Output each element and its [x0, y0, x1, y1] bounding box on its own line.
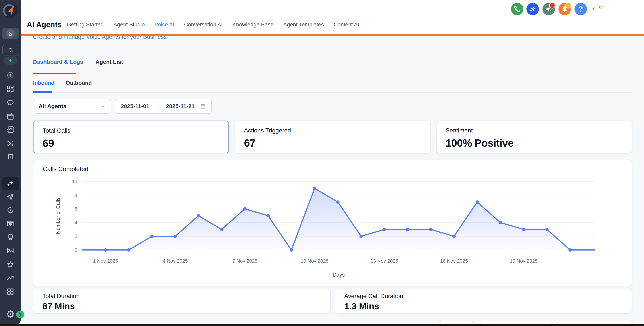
stat-card-actions-triggered[interactable]: Actions Triggered 67 — [234, 120, 430, 153]
svg-text:Days: Days — [333, 272, 345, 278]
calls-completed-line-chart: 02468101 Nov 20254 Nov 20257 Nov 202510 … — [33, 160, 632, 286]
tab-dashboard-logs[interactable]: Dashboard & Logs — [33, 59, 83, 65]
nav-tab-voice-ai[interactable]: Voice AI — [154, 22, 174, 28]
partial-card — [557, 321, 633, 324]
sidebar-item-conversations[interactable] — [6, 98, 14, 107]
ai-sparkles-icon — [529, 6, 536, 13]
help-button[interactable]: ? — [574, 3, 587, 15]
sidebar-item-automation[interactable] — [6, 206, 14, 214]
sidebar-item-reputation[interactable] — [6, 260, 14, 269]
nav-tab-content-ai[interactable]: Content AI — [334, 22, 359, 28]
trending-up-icon — [6, 274, 14, 282]
date-end: 2025-11-21 — [166, 103, 195, 109]
sidebar-item-marketing[interactable] — [6, 193, 14, 201]
image-icon — [6, 247, 14, 254]
stat-value: 100% Positive — [446, 137, 514, 149]
sidebar-item-launchpad[interactable] — [6, 71, 14, 79]
brand-logo[interactable] — [2, 3, 18, 19]
sidebar-search-button[interactable] — [2, 45, 19, 56]
phone-button[interactable] — [511, 3, 524, 15]
nav-tab-getting-started[interactable]: Getting Started — [67, 22, 104, 28]
sidebar-item-ai-agents-active[interactable] — [2, 177, 19, 190]
bolt-icon — [8, 58, 13, 63]
sidebar-item-settings[interactable]: ⚙ — [4, 308, 16, 320]
sidebar-item-payments[interactable]: $ — [6, 153, 14, 161]
stat-card-total-calls[interactable]: Total Calls 69 — [33, 120, 229, 153]
sidebar-item-media[interactable] — [6, 246, 14, 255]
tab-agent-list[interactable]: Agent List — [96, 59, 123, 65]
star-icon — [6, 261, 14, 268]
partial-card — [478, 321, 553, 324]
agent-filter-select[interactable]: All Agents — [33, 99, 111, 114]
stat-label: Actions Triggered — [244, 127, 291, 134]
arrow-right-icon: → — [155, 103, 160, 109]
svg-text:0: 0 — [74, 247, 77, 253]
user-pin-icon — [8, 31, 13, 36]
svg-text:13 Nov 2025: 13 Nov 2025 — [370, 258, 398, 264]
sidebar-item-account[interactable] — [2, 28, 19, 39]
stat-value: 69 — [42, 137, 54, 149]
announcements-button[interactable] — [542, 3, 555, 15]
tab-inbound[interactable]: Inbound — [33, 80, 54, 86]
rv-logo: R̲V̲ — [598, 6, 602, 10]
page-subtitle: Create and manage Voice Agents for your … — [33, 36, 167, 40]
sidebar-item-app-marketplace[interactable] — [6, 287, 14, 296]
launchpad-icon — [6, 72, 14, 79]
sidebar-quick-actions-button[interactable] — [4, 57, 17, 65]
svg-text:4: 4 — [74, 220, 77, 225]
sidebar: $ — [0, 0, 21, 324]
agent-filter-value: All Agents — [38, 103, 66, 109]
page-title: AI Agents — [27, 20, 62, 29]
chevron-right-icon: ❯ — [18, 312, 22, 317]
calendar-icon — [6, 113, 14, 120]
svg-text:4 Nov 2025: 4 Nov 2025 — [162, 258, 188, 264]
chevron-down-icon — [100, 104, 106, 109]
ai-assistant-button[interactable] — [526, 3, 539, 15]
sidebar-item-dashboard[interactable] — [6, 85, 14, 93]
svg-text:$: $ — [10, 155, 11, 158]
svg-text:19 Nov 2025: 19 Nov 2025 — [510, 258, 538, 264]
primary-tab-underline — [33, 73, 76, 74]
notifications-button[interactable] — [558, 3, 571, 15]
average-call-duration-card[interactable]: Average Call Duration 1.3 Mins — [335, 289, 632, 313]
sidebar-item-reporting[interactable] — [6, 274, 14, 282]
calls-completed-chart-card: Calls Completed 02468101 Nov 20254 Nov 2… — [33, 160, 632, 286]
svg-text:6: 6 — [74, 206, 77, 212]
ai-sparkle-icon — [6, 180, 14, 187]
total-duration-card[interactable]: Total Duration 87 Mins — [33, 289, 331, 313]
sidebar-item-memberships[interactable] — [6, 233, 14, 241]
sidebar-expand-button[interactable]: ❯ — [16, 310, 24, 318]
paper-plane-icon — [6, 193, 14, 200]
question-mark-icon: ? — [578, 5, 583, 13]
dashboard-icon — [6, 85, 14, 93]
play-circle-icon — [6, 206, 14, 214]
stat-value: 1.3 Mins — [344, 301, 379, 311]
header-actions: ? ➤ R̲V̲ — [508, 0, 644, 21]
stat-card-sentiment[interactable]: Sentiment 100% Positive — [436, 120, 632, 153]
stat-value: 87 Mins — [42, 301, 75, 311]
gear-icon: ⚙ — [6, 309, 15, 319]
sidebar-item-sites[interactable] — [6, 220, 14, 228]
phone-icon — [514, 6, 520, 13]
chat-icon — [6, 99, 14, 106]
sidebar-item-contacts[interactable] — [6, 125, 14, 134]
divider — [33, 74, 632, 74]
nav-tab-agent-templates[interactable]: Agent Templates — [283, 22, 324, 28]
award-icon — [6, 233, 14, 241]
people-arrows-icon — [6, 139, 14, 147]
divider — [33, 92, 632, 93]
nav-tab-knowledge-base[interactable]: Knowledge Base — [232, 22, 274, 28]
stat-label: Average Call Duration — [344, 293, 403, 300]
avatar — [6, 29, 15, 38]
nav-tab-agent-studio[interactable]: Agent Studio — [114, 22, 145, 28]
svg-text:10 Nov 2025: 10 Nov 2025 — [301, 258, 328, 264]
tab-outbound[interactable]: Outbound — [66, 80, 92, 86]
app-root: $ — [0, 0, 644, 326]
main-content: Create and manage Voice Agents for your … — [21, 36, 644, 324]
date-range-picker[interactable]: 2025-11-01 → 2025-11-21 — [115, 99, 212, 114]
sidebar-item-calendars[interactable] — [6, 112, 14, 120]
sidebar-item-opportunities[interactable] — [6, 139, 14, 147]
nav-tab-conversation-ai[interactable]: Conversation AI — [184, 22, 223, 28]
header-nav: Getting Started Agent Studio Voice AI Co… — [67, 22, 359, 28]
secondary-tab-underline — [33, 91, 52, 93]
